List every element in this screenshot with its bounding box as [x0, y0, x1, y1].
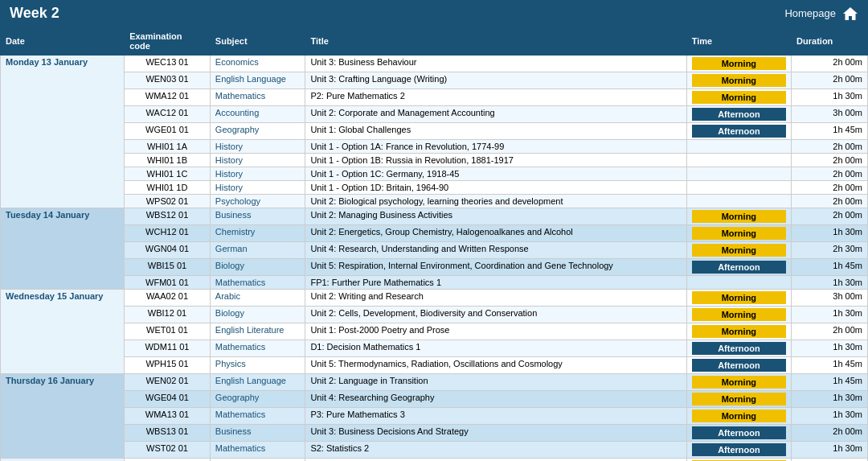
time-cell: Morning: [686, 374, 791, 391]
subject: Psychology: [210, 195, 305, 208]
table-row: Thursday 16 JanuaryWEN02 01English Langu…: [1, 374, 868, 391]
exam-title: FP1: Further Pure Mathematics 1: [305, 276, 686, 290]
time-cell: Morning: [686, 408, 791, 425]
subject: History: [210, 167, 305, 181]
exam-title: Unit 5: Thermodynamics, Radiation, Oscil…: [305, 357, 686, 374]
homepage-link[interactable]: Homepage: [784, 7, 836, 19]
morning-badge: Morning: [692, 57, 786, 70]
table-row: WDM11 01MathematicsD1: Decision Mathemat…: [1, 340, 868, 357]
exam-code: WPS02 01: [125, 195, 211, 208]
exam-code: WBI15 01: [125, 259, 211, 276]
duration: 1h 30m: [792, 225, 868, 242]
duration: 2h 00m: [792, 208, 868, 225]
exam-title: Unit 2: Cells, Development, Biodiversity…: [305, 307, 686, 323]
exam-code: WAA02 01: [125, 290, 211, 307]
time-cell: Morning: [686, 242, 791, 259]
duration: 1h 45m: [792, 357, 868, 374]
morning-badge: Morning: [692, 91, 786, 104]
subject: English Language: [210, 72, 305, 89]
exam-code: WET01 01: [125, 323, 211, 340]
table-body: Monday 13 JanuaryWEC13 01EconomicsUnit 3…: [1, 56, 868, 462]
subject: Geography: [210, 123, 305, 140]
exam-title: Unit 2: Managing Business Activities: [305, 208, 686, 225]
exam-title: Unit 1 - Option 1C: Germany, 1918-45: [305, 167, 686, 181]
time-cell: [686, 195, 791, 208]
table-row: WHI01 1DHistoryUnit 1 - Option 1D: Brita…: [1, 181, 868, 195]
table-row: WFM01 01MathematicsFP1: Further Pure Mat…: [1, 276, 868, 290]
exam-code: WBI12 01: [125, 307, 211, 323]
table-row: Wednesday 15 JanuaryWAA02 01ArabicUnit 2…: [1, 290, 868, 307]
subject: Accounting: [210, 106, 305, 123]
table-row: Friday 17 JanuaryWFR02 01FrenchUnit 2: U…: [1, 459, 868, 462]
exam-title: P3: Pure Mathematics 3: [305, 408, 686, 425]
exam-code: WPH15 01: [125, 357, 211, 374]
time-cell: Morning: [686, 225, 791, 242]
exam-code: WEN03 01: [125, 72, 211, 89]
table-row: WHI01 1AHistoryUnit 1 - Option 1A: Franc…: [1, 140, 868, 154]
duration: 2h 00m: [792, 140, 868, 154]
duration: 1h 30m: [792, 408, 868, 425]
time-cell: [686, 140, 791, 154]
table-row: WAC12 01AccountingUnit 2: Corporate and …: [1, 106, 868, 123]
subject: Mathematics: [210, 276, 305, 290]
table-row: WET01 01English LiteratureUnit 1: Post-2…: [1, 323, 868, 340]
exam-title: Unit 3: Crafting Language (Writing): [305, 72, 686, 89]
time-cell: Morning: [686, 89, 791, 106]
subject: English Language: [210, 374, 305, 391]
table-row: WGE04 01GeographyUnit 4: Researching Geo…: [1, 391, 868, 408]
exam-code: WEN02 01: [125, 374, 211, 391]
time-cell: Afternoon: [686, 259, 791, 276]
exam-title: Unit 2: Language in Transition: [305, 374, 686, 391]
morning-badge: Morning: [692, 227, 786, 240]
exam-code: WDM11 01: [125, 340, 211, 357]
exam-code: WFM01 01: [125, 276, 211, 290]
duration: 2h 00m: [792, 425, 868, 442]
exam-title: D1: Decision Mathematics 1: [305, 340, 686, 357]
exam-code: WMA12 01: [125, 89, 211, 106]
subject: Mathematics: [210, 408, 305, 425]
exam-code: WBS13 01: [125, 425, 211, 442]
duration: 2h 00m: [792, 72, 868, 89]
subject: Arabic: [210, 290, 305, 307]
duration: 2h 30m: [792, 459, 868, 462]
exam-code: WBS12 01: [125, 208, 211, 225]
table-row: WMA13 01MathematicsP3: Pure Mathematics …: [1, 408, 868, 425]
duration: 1h 30m: [792, 307, 868, 323]
duration: 2h 00m: [792, 154, 868, 167]
morning-badge: Morning: [692, 325, 786, 338]
exam-code: WHI01 1C: [125, 167, 211, 181]
table-row: WHI01 1BHistoryUnit 1 - Option 1B: Russi…: [1, 154, 868, 167]
duration: 1h 30m: [792, 391, 868, 408]
duration: 1h 30m: [792, 276, 868, 290]
exam-code: WGE04 01: [125, 391, 211, 408]
exam-title: S2: Statistics 2: [305, 442, 686, 459]
morning-badge: Morning: [692, 210, 786, 223]
exam-code: WGN04 01: [125, 242, 211, 259]
exam-title: Unit 1 - Option 1A: France in Revolution…: [305, 140, 686, 154]
morning-badge: Morning: [692, 244, 786, 257]
exam-table: Date Examinationcode Subject Title Time …: [0, 27, 868, 461]
subject: Business: [210, 425, 305, 442]
table-row: Monday 13 JanuaryWEC13 01EconomicsUnit 3…: [1, 56, 868, 72]
table-row: WEN03 01English LanguageUnit 3: Crafting…: [1, 72, 868, 89]
exam-code: WST02 01: [125, 442, 211, 459]
subject: Biology: [210, 259, 305, 276]
morning-badge: Morning: [692, 291, 786, 304]
col-time: Time: [686, 27, 791, 56]
exam-title: Unit 1 - Option 1B: Russia in Revolution…: [305, 154, 686, 167]
exam-title: Unit 4: Researching Geography: [305, 391, 686, 408]
duration: 2h 00m: [792, 195, 868, 208]
exam-title: Unit 1: Post-2000 Poetry and Prose: [305, 323, 686, 340]
date-cell: Friday 17 January: [1, 459, 125, 462]
page-header: Week 2 Homepage: [0, 0, 868, 27]
table-row: WST02 01MathematicsS2: Statistics 2After…: [1, 442, 868, 459]
home-icon[interactable]: [842, 6, 858, 22]
subject: Mathematics: [210, 340, 305, 357]
subject: Biology: [210, 307, 305, 323]
exam-title: Unit 2: Biological psychology, learning …: [305, 195, 686, 208]
subject: History: [210, 140, 305, 154]
duration: 1h 45m: [792, 123, 868, 140]
table-row: WPH15 01PhysicsUnit 5: Thermodynamics, R…: [1, 357, 868, 374]
col-title: Title: [305, 27, 686, 56]
morning-badge: Morning: [692, 74, 786, 87]
